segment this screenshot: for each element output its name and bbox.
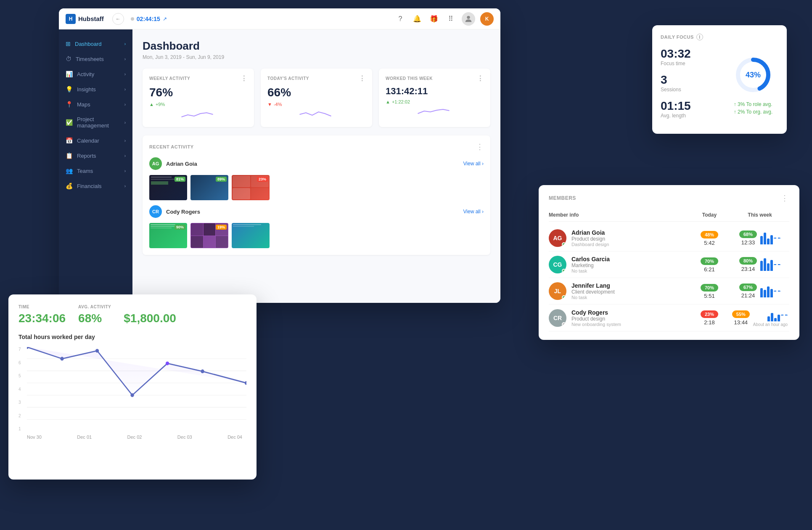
week-time: 21:24 xyxy=(741,292,755,299)
sidebar-item-teams[interactable]: 👥 Teams › xyxy=(59,163,132,178)
sidebar-item-dashboard[interactable]: ⊞ Dashboard › xyxy=(59,36,132,51)
member-task: Dashboard design xyxy=(571,242,609,247)
today-time: 2:18 xyxy=(688,319,730,326)
status-indicator xyxy=(562,242,566,246)
financials-icon: 💰 xyxy=(66,183,73,189)
members-columns: Member info Today This week xyxy=(549,209,789,222)
avg-label: AVG. ACTIVITY xyxy=(78,305,111,309)
member-today: 70% 5:51 xyxy=(688,284,730,299)
avg-value: 68% xyxy=(78,312,111,325)
week-time: 23:14 xyxy=(741,266,755,272)
sessions-stat: 3 Sessions xyxy=(661,73,719,93)
section-title: RECENT ACTIVITY xyxy=(149,144,194,149)
stat-change: ▼-4% xyxy=(267,102,365,107)
gift-icon[interactable]: 🎁 xyxy=(428,13,440,25)
member-name: Cody Rogers xyxy=(571,309,621,316)
line-chart-svg xyxy=(27,347,246,431)
sidebar-item-insights[interactable]: 💡 Insights › xyxy=(59,82,132,97)
week-pct-badge: 67% xyxy=(739,284,757,291)
info-icon[interactable]: i xyxy=(696,34,703,40)
user-row-adrian: AG Adrian Goia View all › xyxy=(149,157,484,170)
amount-label xyxy=(124,305,176,309)
screenshot-thumb[interactable]: 81% xyxy=(149,175,187,200)
more-options-icon[interactable]: ⋮ xyxy=(781,193,789,203)
screenshot-thumb[interactable]: 90% xyxy=(149,223,187,248)
sidebar: ⊞ Dashboard › ⏱ Timesheets › 📊 Activity … xyxy=(59,29,132,303)
members-window: MEMBERS ⋮ Member info Today This week AG… xyxy=(539,185,799,340)
more-icon[interactable]: ⋮ xyxy=(359,74,366,82)
view-all-link[interactable]: View all › xyxy=(463,209,484,215)
sidebar-item-maps[interactable]: 📍 Maps › xyxy=(59,97,132,112)
org-comparison: ↑ 2% To org. avg. xyxy=(734,109,773,115)
title-bar-right: ? 🔔 🎁 ⠿ K xyxy=(394,12,494,26)
user-name: Cody Rogers xyxy=(166,209,200,215)
window-body: ⊞ Dashboard › ⏱ Timesheets › 📊 Activity … xyxy=(59,29,500,303)
view-all-link[interactable]: View all › xyxy=(463,161,484,167)
member-info: CR Cody Rogers Product design New onboar… xyxy=(549,309,688,327)
screenshot-thumb[interactable]: 89% xyxy=(190,175,228,200)
chevron-icon: › xyxy=(124,169,126,173)
daily-focus-popup: DAILY FOCUS i 03:32 Focus time 3 Session… xyxy=(652,25,787,134)
timer-dot xyxy=(131,17,134,21)
screenshot-thumb[interactable]: 23% xyxy=(232,175,270,200)
sidebar-item-project-mgmt[interactable]: ✅ Project management › xyxy=(59,112,132,133)
sidebar-item-activity[interactable]: 📊 Activity › xyxy=(59,66,132,82)
svg-point-14 xyxy=(201,369,204,373)
member-avatar-adrian: AG xyxy=(549,229,566,247)
member-task: No task xyxy=(571,268,610,273)
stat-label: WORKED THIS WEEK ⋮ xyxy=(386,74,484,82)
question-icon[interactable]: ? xyxy=(394,13,406,25)
project-icon: ✅ xyxy=(66,119,73,126)
time-value: 23:34:06 xyxy=(19,312,66,325)
chevron-icon: › xyxy=(124,42,126,46)
svg-point-13 xyxy=(166,361,169,365)
member-week: 67% 21:24 xyxy=(730,284,789,299)
screenshot-thumb[interactable] xyxy=(232,223,270,248)
stat-value: 76% xyxy=(149,86,247,99)
timer-expand-icon[interactable]: ↗ xyxy=(163,16,167,22)
focus-chart: 43% ↑ 3% To role avg. ↑ 2% To org. avg. xyxy=(728,47,778,125)
user-avatar[interactable] xyxy=(462,12,475,26)
date-range: Mon, Jun 3, 2019 - Sun, Jun 9, 2019 xyxy=(143,54,490,60)
mini-chart xyxy=(267,109,365,121)
sidebar-item-calendar[interactable]: 📅 Calendar › xyxy=(59,133,132,148)
back-button[interactable]: ← xyxy=(112,13,124,25)
hours-chart: 7654321 xyxy=(19,347,246,448)
time-metric: TIME 23:34:06 xyxy=(19,305,66,325)
member-row-jennifer: JL Jennifer Lang Client development No t… xyxy=(549,278,789,305)
focus-stats: 03:32 Focus time 3 Sessions 01:15 Avg. l… xyxy=(661,47,719,125)
sidebar-item-financials[interactable]: 💰 Financials › xyxy=(59,178,132,193)
more-icon[interactable]: ⋮ xyxy=(241,74,248,82)
focus-comparisons: ↑ 3% To role avg. ↑ 2% To org. avg. xyxy=(734,101,773,117)
status-indicator xyxy=(562,269,566,273)
stat-card-worked-week: WORKED THIS WEEK ⋮ 131:42:11 ▲+1:22:02 xyxy=(379,69,490,127)
timer-badge: 02:44:15 ↗ xyxy=(131,16,167,22)
timer-value: 02:44:15 xyxy=(137,16,160,22)
more-icon[interactable]: ⋮ xyxy=(477,74,484,82)
member-name: Adrian Goia xyxy=(571,229,609,236)
week-time: 12:33 xyxy=(741,239,755,246)
more-icon[interactable]: ⋮ xyxy=(476,142,484,151)
section-header: RECENT ACTIVITY ⋮ xyxy=(149,142,484,151)
svg-point-10 xyxy=(60,357,63,360)
teams-icon: 👥 xyxy=(66,167,73,174)
recent-activity-card: RECENT ACTIVITY ⋮ AG Adrian Goia View al… xyxy=(143,135,490,255)
member-week: 68% 12:33 xyxy=(730,231,789,246)
sidebar-item-reports[interactable]: 📋 Reports › xyxy=(59,148,132,163)
stat-value: 66% xyxy=(267,86,365,99)
bell-icon[interactable]: 🔔 xyxy=(411,13,423,25)
svg-point-0 xyxy=(467,16,470,19)
activity-icon: 📊 xyxy=(66,71,73,77)
screenshot-thumb[interactable]: 19% xyxy=(190,223,228,248)
sidebar-item-timesheets[interactable]: ⏱ Timesheets › xyxy=(59,51,132,66)
mini-chart xyxy=(149,109,247,121)
user-k-avatar[interactable]: K xyxy=(480,12,494,26)
grid-icon[interactable]: ⠿ xyxy=(445,13,457,25)
donut-percent: 43% xyxy=(746,71,761,80)
logo-icon: H xyxy=(66,14,76,24)
member-row-carlos: CG Carlos Garcia Marketing No task 70% 6… xyxy=(549,252,789,278)
sidebar-label-maps: Maps xyxy=(77,101,90,108)
member-name: Jennifer Lang xyxy=(571,282,615,289)
amount-value: $1,800.00 xyxy=(124,312,176,325)
member-role: Product design xyxy=(571,236,609,242)
